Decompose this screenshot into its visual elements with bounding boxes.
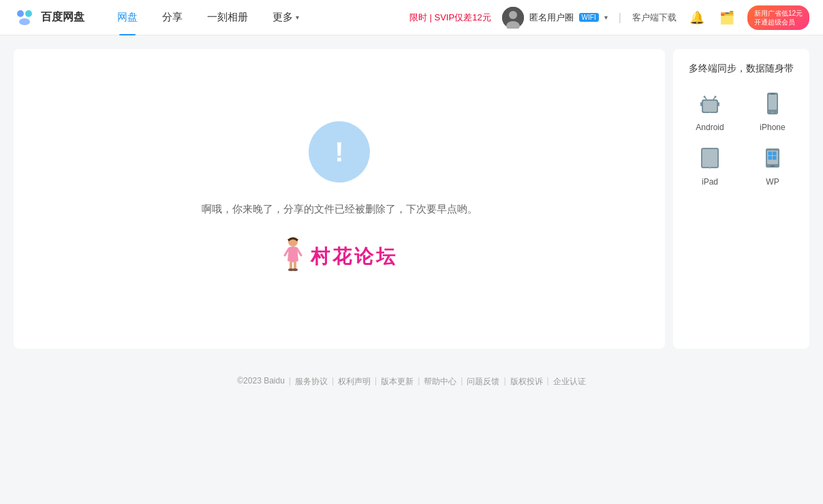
main-content: ! 啊哦，你来晚了，分享的文件已经被删除了，下次要早点哟。 [0, 35, 823, 362]
user-label: 匿名用户圈 [529, 12, 574, 24]
footer-copyright: ©2023 Baidu [237, 376, 285, 388]
svg-rect-29 [771, 166, 775, 167]
svg-rect-7 [290, 261, 292, 269]
navbar: 百度网盘 网盘 分享 一刻相册 更多 ▾ 限时 | SVIP仅差12元 [0, 0, 823, 35]
error-circle: ! [309, 121, 370, 183]
promo-link[interactable]: 限时 | SVIP仅差12元 [409, 12, 491, 24]
footer-link-4[interactable]: 问题反馈 [467, 376, 499, 388]
svg-point-26 [709, 167, 711, 169]
footer-link-5[interactable]: 版权投诉 [510, 376, 543, 388]
user-area[interactable]: 匿名用户圈 WIFI ▾ [502, 7, 608, 29]
wp-icon [759, 144, 786, 172]
svg-rect-31 [773, 152, 777, 156]
svg-rect-14 [700, 102, 702, 106]
logo-text: 百度网盘 [41, 10, 84, 25]
vip-promo-button[interactable]: 新用广省低12元 开通超级会员 [747, 5, 809, 30]
client-download[interactable]: 客户端下载 [632, 12, 677, 24]
svg-rect-15 [718, 102, 719, 106]
android-label: Android [696, 123, 724, 132]
wp-label: WP [766, 177, 779, 187]
svg-point-22 [772, 112, 774, 114]
exclamation-icon: ! [335, 138, 343, 166]
avatar-icon [502, 7, 524, 29]
sync-title: 多终端同步，数据随身带 [684, 63, 798, 75]
nav-right: 限时 | SVIP仅差12元 匿名用户圈 WIFI ▾ | 客户端下载 🔔 🗂️… [409, 5, 809, 30]
watermark-area: 村花论坛 [281, 236, 398, 277]
ipad-icon [696, 144, 724, 172]
svg-point-10 [292, 268, 298, 271]
wifi-badge: WIFI [579, 13, 599, 22]
svg-point-0 [17, 10, 24, 17]
watermark-girl-icon [281, 236, 305, 277]
settings-icon[interactable]: 🗂️ [717, 8, 736, 27]
svg-rect-32 [768, 156, 773, 160]
android-icon [696, 90, 724, 117]
footer-link-2[interactable]: 版本更新 [381, 376, 414, 388]
footer-link-3[interactable]: 帮助中心 [424, 376, 456, 388]
svg-point-13 [709, 113, 711, 115]
nav-item-more[interactable]: 更多 ▾ [260, 0, 311, 35]
ipad-label: iPad [702, 177, 718, 187]
footer: ©2023 Baidu | 服务协议 | 权利声明 | 版本更新 | 帮助中心 … [0, 362, 823, 401]
footer-link-1[interactable]: 权利声明 [338, 376, 371, 388]
watermark-text: 村花论坛 [311, 244, 398, 270]
svg-rect-12 [703, 101, 717, 112]
footer-links: ©2023 Baidu | 服务协议 | 权利声明 | 版本更新 | 帮助中心 … [14, 376, 809, 388]
user-chevron-icon: ▾ [604, 14, 608, 21]
nav-item-album[interactable]: 一刻相册 [195, 0, 260, 35]
device-wp[interactable]: WP [747, 143, 798, 187]
svg-rect-23 [771, 93, 775, 95]
footer-link-6[interactable]: 企业认证 [553, 376, 586, 388]
device-android[interactable]: Android [684, 89, 736, 132]
nav-item-share[interactable]: 分享 [150, 0, 195, 35]
svg-point-19 [715, 96, 717, 98]
svg-point-18 [704, 96, 706, 98]
svg-point-4 [509, 11, 517, 19]
nav-links: 网盘 分享 一刻相册 更多 ▾ [105, 0, 311, 35]
svg-rect-8 [294, 261, 296, 269]
chevron-down-icon: ▾ [296, 14, 299, 21]
iphone-icon [759, 90, 786, 117]
device-iphone[interactable]: iPhone [747, 89, 798, 132]
baidu-logo-icon [14, 7, 35, 29]
left-panel: ! 啊哦，你来晚了，分享的文件已经被删除了，下次要早点哟。 [14, 49, 665, 349]
logo-area[interactable]: 百度网盘 [14, 7, 84, 29]
nav-item-wangpan[interactable]: 网盘 [105, 0, 150, 35]
svg-point-1 [25, 10, 32, 17]
notification-icon[interactable]: 🔔 [687, 8, 706, 27]
device-ipad[interactable]: iPad [684, 143, 736, 187]
right-panel: 多终端同步，数据随身带 [673, 49, 809, 349]
svg-rect-33 [773, 156, 777, 160]
svg-rect-21 [768, 95, 777, 110]
iphone-label: iPhone [760, 123, 785, 132]
avatar [502, 7, 524, 29]
svg-rect-30 [768, 152, 773, 156]
device-grid: Android iPhone [684, 89, 798, 187]
svg-rect-25 [702, 149, 717, 167]
footer-link-0[interactable]: 服务协议 [295, 376, 328, 388]
error-message: 啊哦，你来晚了，分享的文件已经被删除了，下次要早点哟。 [202, 203, 478, 216]
svg-point-2 [19, 18, 30, 25]
nav-divider: | [619, 12, 621, 24]
